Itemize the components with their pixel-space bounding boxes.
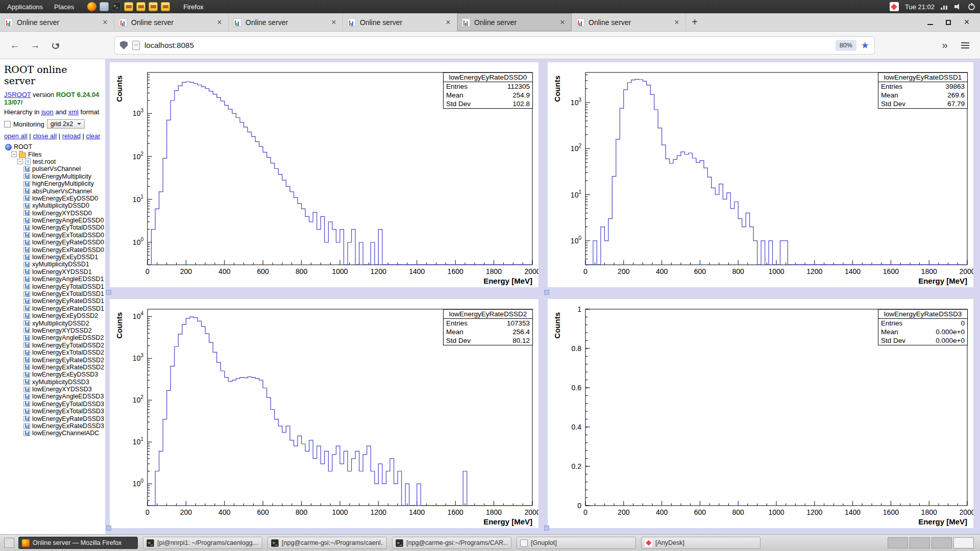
stats-box[interactable]: lowEnergyEyRateDSSD0Entries112305Mean254… <box>443 72 533 109</box>
tree-item-lowEnergyExRateDSSD1[interactable]: lowEnergyExRateDSSD1 <box>4 305 101 312</box>
stats-box[interactable]: lowEnergyEyRateDSSD3Entries0Mean0.000e+0… <box>878 309 968 345</box>
tree-item-pulserVsChannel[interactable]: pulserVsChannel <box>4 165 101 172</box>
tab-close-icon[interactable] <box>558 18 567 27</box>
volume-icon[interactable] <box>954 3 962 10</box>
tree-item-xyMultiplicityDSSD0[interactable]: xyMultiplicityDSSD0 <box>4 202 101 209</box>
tree-item-test-root[interactable]: test.root <box>4 158 101 165</box>
stats-box[interactable]: lowEnergyEyRateDSSD1Entries39863Mean269.… <box>878 72 968 109</box>
plot-canvas-1[interactable]: 0200400600800100012001400160018002000100… <box>548 62 973 287</box>
reload-button[interactable] <box>47 37 64 54</box>
tree-item-lowEnergyChannelADC[interactable]: lowEnergyChannelADC <box>4 430 101 437</box>
zoom-indicator[interactable]: 80% <box>836 40 856 51</box>
tree-item-lowEnergyExRateDSSD0[interactable]: lowEnergyExRateDSSD0 <box>4 246 101 253</box>
workspace-3[interactable] <box>932 537 952 548</box>
workspace-1[interactable] <box>888 537 908 548</box>
open-all-link[interactable]: open all <box>4 132 28 140</box>
taskbar-window-button[interactable]: [Gnuplot] <box>517 537 636 549</box>
tree-item-lowEnergyEyRateDSSD0[interactable]: lowEnergyEyRateDSSD0 <box>4 239 101 246</box>
stats-box[interactable]: lowEnergyEyRateDSSD2Entries107353Mean256… <box>443 309 533 345</box>
collapse-icon[interactable] <box>17 159 23 164</box>
tree-item-lowEnergyExRateDSSD3[interactable]: lowEnergyExRateDSSD3 <box>4 422 101 430</box>
tab-close-icon[interactable] <box>215 18 224 27</box>
tree-item-lowEnergyMultiplicity[interactable]: lowEnergyMultiplicity <box>4 173 101 180</box>
forward-button[interactable] <box>27 37 44 54</box>
show-desktop-button[interactable] <box>4 538 14 548</box>
tree-item-lowEnergyEyTotalDSSD0[interactable]: lowEnergyEyTotalDSSD0 <box>4 224 101 231</box>
browser-tab[interactable]: Online server <box>114 13 229 31</box>
applications-menu[interactable]: Applications <box>5 3 45 11</box>
browser-tab[interactable]: Online server <box>343 13 457 31</box>
plot-canvas-2[interactable]: 0200400600800100012001400160018002000100… <box>110 299 538 528</box>
url-bar[interactable]: localhost:8085 80% <box>114 36 875 55</box>
shield-icon[interactable] <box>120 41 128 49</box>
midas-icon[interactable] <box>161 2 170 11</box>
tree-item-lowEnergyExTotalDSSD0[interactable]: lowEnergyExTotalDSSD0 <box>4 232 101 239</box>
tab-close-icon[interactable] <box>101 18 109 27</box>
tree-item-lowEnergyExRateDSSD2[interactable]: lowEnergyExRateDSSD2 <box>4 364 101 371</box>
workspace-4[interactable] <box>953 537 974 548</box>
minimize-button[interactable] <box>922 13 938 31</box>
tree-item-ROOT[interactable]: ROOT <box>4 143 101 151</box>
browser-tab[interactable]: Online server <box>572 13 686 31</box>
tree-item-highEnergyMultiplicity[interactable]: highEnergyMultiplicity <box>4 180 101 187</box>
tree-item-lowEnergyExEyDSSD0[interactable]: lowEnergyExEyDSSD0 <box>4 195 101 202</box>
back-button[interactable] <box>6 37 23 54</box>
tree-item-absPulserVsChannel[interactable]: absPulserVsChannel <box>4 187 101 194</box>
tab-close-icon[interactable] <box>673 18 681 27</box>
tree-item-lowEnergyAngleEDSSD2[interactable]: lowEnergyAngleEDSSD2 <box>4 334 101 341</box>
bookmark-star-icon[interactable] <box>861 40 869 51</box>
taskbar-window-button[interactable]: [npg@carme-gsi:~/Programs/caenl... <box>267 537 387 549</box>
resize-grip[interactable] <box>106 290 111 295</box>
tree-item-lowEnergyXYDSSD2[interactable]: lowEnergyXYDSSD2 <box>4 327 101 334</box>
tree-item-lowEnergyAngleEDSSD0[interactable]: lowEnergyAngleEDSSD0 <box>4 217 101 224</box>
reload-link[interactable]: reload <box>62 132 81 140</box>
tree-item-lowEnergyExEyDSSD3[interactable]: lowEnergyExEyDSSD3 <box>4 371 101 378</box>
taskbar-window-button[interactable]: [pi@nnrpi1: ~/Programs/caenlogg... <box>143 537 262 549</box>
collapse-icon[interactable] <box>11 152 17 157</box>
power-icon[interactable] <box>968 4 975 10</box>
resize-grip[interactable] <box>106 525 111 531</box>
close-button[interactable] <box>959 13 975 31</box>
tree-item-xyMultiplicityDSSD3[interactable]: xyMultiplicityDSSD3 <box>4 379 101 386</box>
tree-item-lowEnergyEyRateDSSD3[interactable]: lowEnergyEyRateDSSD3 <box>4 415 101 422</box>
taskbar-window-button[interactable]: Online server — Mozilla Firefox <box>18 537 138 549</box>
monitoring-checkbox[interactable] <box>4 121 11 128</box>
clear-link[interactable]: clear <box>86 132 100 140</box>
overflow-toolbar-icon[interactable] <box>936 37 953 54</box>
tree-item-lowEnergyXYDSSD3[interactable]: lowEnergyXYDSSD3 <box>4 386 101 393</box>
maximize-button[interactable] <box>940 13 957 31</box>
tree-item-lowEnergyEyRateDSSD1[interactable]: lowEnergyEyRateDSSD1 <box>4 297 101 305</box>
taskbar-window-button[interactable]: [AnyDesk] <box>641 537 761 549</box>
files-icon[interactable] <box>100 2 109 11</box>
tree-item-lowEnergyExEyDSSD2[interactable]: lowEnergyExEyDSSD2 <box>4 312 101 319</box>
tree-item-lowEnergyEyTotalDSSD3[interactable]: lowEnergyEyTotalDSSD3 <box>4 400 101 408</box>
browser-tab[interactable]: Online server <box>457 13 572 31</box>
tree-item-lowEnergyXYDSSD1[interactable]: lowEnergyXYDSSD1 <box>4 268 101 276</box>
tree-item-xyMultiplicityDSSD2[interactable]: xyMultiplicityDSSD2 <box>4 319 101 327</box>
browser-tab[interactable]: Online server <box>229 13 343 31</box>
close-all-link[interactable]: close all <box>33 132 57 140</box>
tree-item-lowEnergyEyTotalDSSD1[interactable]: lowEnergyEyTotalDSSD1 <box>4 283 101 290</box>
page-info-icon[interactable] <box>132 41 140 50</box>
browser-tab[interactable]: Online server <box>0 13 114 31</box>
places-menu[interactable]: Places <box>52 3 76 11</box>
midas-icon[interactable] <box>124 2 133 11</box>
xml-link[interactable]: xml <box>68 108 79 116</box>
resize-grip[interactable] <box>544 290 549 295</box>
plot-canvas-0[interactable]: 0200400600800100012001400160018002000100… <box>110 62 538 287</box>
tree-item-lowEnergyExTotalDSSD2[interactable]: lowEnergyExTotalDSSD2 <box>4 349 101 356</box>
plot-canvas-3[interactable]: 020040060080010001200140016001800200000.… <box>548 299 973 528</box>
tree-item-lowEnergyAngleEDSSD3[interactable]: lowEnergyAngleEDSSD3 <box>4 393 101 400</box>
taskbar-window-button[interactable]: [npg@carme-gsi:~/Programs/CAR... <box>392 537 511 549</box>
resize-grip[interactable] <box>544 525 549 531</box>
midas-icon[interactable] <box>136 2 145 11</box>
new-tab-button[interactable]: + <box>686 13 703 31</box>
tab-close-icon[interactable] <box>330 18 338 27</box>
terminal-icon[interactable] <box>112 2 121 11</box>
firefox-icon[interactable] <box>87 2 96 11</box>
tree-item-lowEnergyExTotalDSSD3[interactable]: lowEnergyExTotalDSSD3 <box>4 408 101 415</box>
workspace-2[interactable] <box>910 537 930 548</box>
midas-icon[interactable] <box>149 2 158 11</box>
tree-item-lowEnergyXYDSSD0[interactable]: lowEnergyXYDSSD0 <box>4 210 101 217</box>
json-link[interactable]: json <box>41 108 54 116</box>
